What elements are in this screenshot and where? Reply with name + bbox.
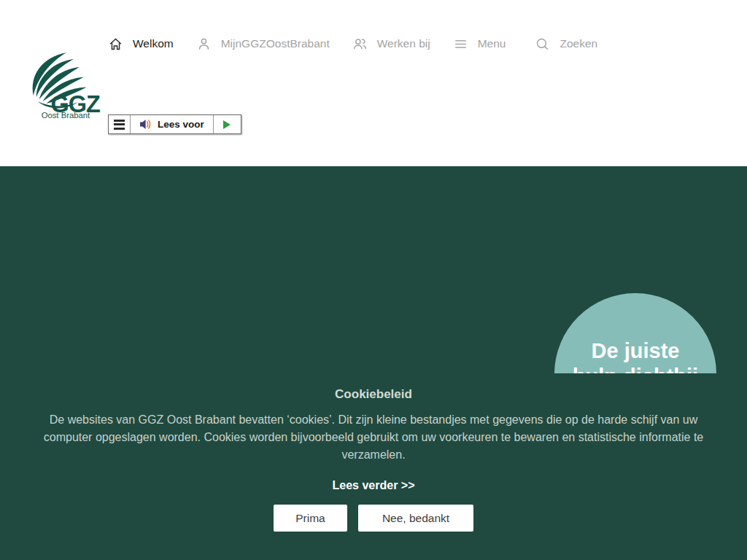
- readspeaker-widget: Lees voor: [108, 114, 241, 134]
- main-nav: Welkom MijnGGZOostBrabant: [108, 34, 620, 53]
- cookie-banner: Cookiebeleid De websites van GGZ Oost Br…: [0, 373, 747, 560]
- site-header: GGZ Oost Brabant Welkom: [0, 0, 747, 166]
- nav-label: MijnGGZOostBrabant: [221, 37, 330, 50]
- nav-label: Menu: [478, 37, 506, 50]
- readspeaker-label: Lees voor: [158, 119, 204, 130]
- hamburger-icon: [114, 120, 125, 122]
- nav-item-zoeken[interactable]: Zoeken: [535, 36, 597, 52]
- ggz-logo-icon: GGZ Oost Brabant: [26, 50, 112, 119]
- ggz-logo[interactable]: GGZ Oost Brabant: [26, 50, 112, 119]
- cookie-accept-button[interactable]: Prima: [274, 505, 347, 532]
- readspeaker-menu-button[interactable]: [109, 115, 131, 133]
- speaker-icon: [139, 119, 152, 130]
- cookie-banner-title: Cookiebeleid: [0, 387, 747, 402]
- search-icon: [535, 36, 550, 52]
- nav-label: Welkom: [133, 37, 174, 50]
- nav-item-menu[interactable]: Menu: [453, 36, 506, 52]
- nav-item-werken-bij[interactable]: Werken bij: [352, 36, 430, 52]
- cookie-banner-text: De websites van GGZ Oost Brabant bevatte…: [31, 411, 716, 464]
- cookie-decline-button[interactable]: Nee, bedankt: [358, 505, 473, 532]
- nav-label: Werken bij: [377, 37, 430, 50]
- cookie-read-more-link[interactable]: Lees verder >>: [333, 479, 415, 492]
- readspeaker-listen-button[interactable]: Lees voor: [131, 115, 213, 133]
- logo-subtitle: Oost Brabant: [42, 111, 90, 119]
- users-icon: [352, 36, 368, 52]
- cookie-button-row: Prima Nee, bedankt: [0, 505, 747, 532]
- readspeaker-play-button[interactable]: [213, 115, 241, 133]
- page: GGZ Oost Brabant Welkom: [0, 0, 747, 560]
- play-icon: [222, 120, 231, 130]
- nav-label: Zoeken: [560, 37, 597, 50]
- home-icon: [108, 36, 123, 52]
- user-icon: [196, 36, 212, 52]
- nav-item-welkom[interactable]: Welkom: [108, 36, 174, 52]
- hamburger-icon: [453, 36, 468, 52]
- hero-tagline-line1: De juiste: [554, 338, 716, 364]
- nav-item-mijnggzoostbrabant[interactable]: MijnGGZOostBrabant: [196, 36, 330, 52]
- hero-section: De juiste hulp dichtbij Cookiebeleid De …: [0, 166, 747, 560]
